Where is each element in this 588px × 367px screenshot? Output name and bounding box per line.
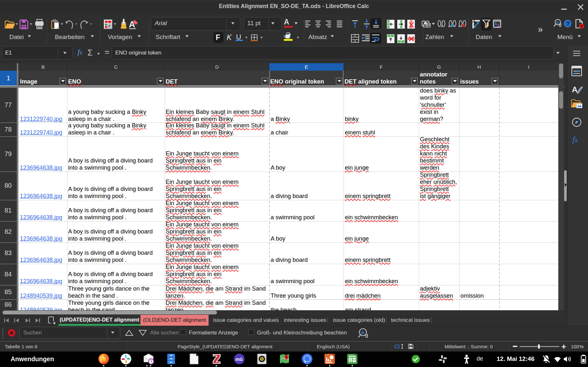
svg-text:d: d <box>559 22 562 28</box>
svg-text:?: ? <box>566 21 570 27</box>
svg-text:A: A <box>572 85 578 94</box>
svg-text:,: , <box>458 20 460 28</box>
svg-text:Z: Z <box>497 23 500 28</box>
svg-text:,: , <box>448 20 450 28</box>
svg-text:,: , <box>441 20 443 28</box>
svg-text:a: a <box>361 330 364 335</box>
svg-text:mû: mû <box>235 356 243 362</box>
svg-text:d: d <box>365 333 368 339</box>
